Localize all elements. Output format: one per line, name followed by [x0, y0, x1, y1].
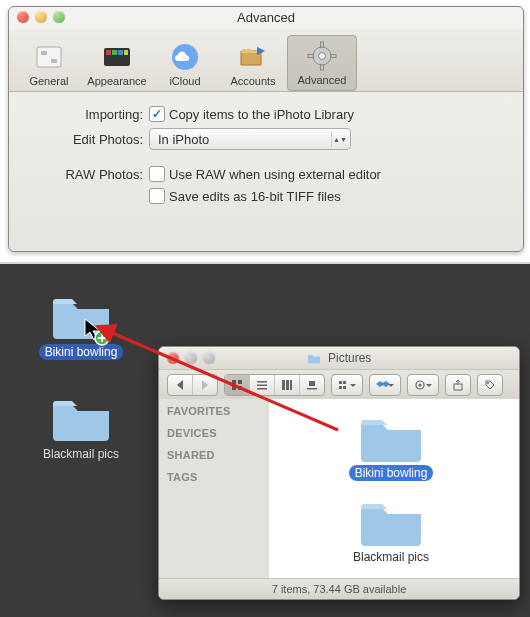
svg-rect-18	[232, 386, 236, 390]
finder-item-blackmail[interactable]: Blackmail pics	[331, 497, 451, 565]
close-button[interactable]	[17, 11, 29, 23]
importing-label: Importing:	[39, 107, 149, 122]
svg-point-33	[419, 384, 422, 387]
svg-rect-26	[309, 381, 315, 386]
svg-rect-14	[331, 55, 336, 58]
view-list-button[interactable]	[250, 375, 275, 395]
svg-rect-11	[321, 42, 324, 47]
share-button[interactable]	[445, 374, 471, 396]
tags-button[interactable]	[477, 374, 503, 396]
gear-icon	[306, 40, 338, 72]
prefs-body: Importing: Copy items to the iPhoto Libr…	[9, 92, 523, 224]
svg-point-10	[319, 53, 326, 60]
folder-proxy-icon[interactable]	[307, 349, 321, 361]
svg-rect-13	[308, 55, 313, 58]
finder-content[interactable]: Bikini bowling Blackmail pics	[269, 399, 519, 579]
folder-icon	[358, 497, 424, 547]
copy-items-label: Copy items to the iPhoto Library	[169, 107, 354, 122]
svg-rect-29	[339, 386, 342, 389]
prefs-toolbar: General Appearance iCloud Accounts	[9, 29, 523, 92]
finder-toolbar	[159, 370, 519, 401]
finder-sidebar: FAVORITES DEVICES SHARED TAGS	[159, 399, 286, 579]
edit-photos-label: Edit Photos:	[39, 132, 149, 147]
view-icons-button[interactable]	[225, 375, 250, 395]
svg-rect-23	[282, 380, 285, 390]
copy-items-checkbox[interactable]	[149, 106, 165, 122]
use-raw-checkbox[interactable]	[149, 166, 165, 182]
dropbox-button[interactable]	[369, 374, 401, 396]
edit-photos-popup[interactable]: In iPhoto ▲▼	[149, 128, 351, 150]
sidebar-heading-favorites[interactable]: FAVORITES	[167, 405, 277, 417]
dropped-folder-bikini[interactable]: Bikini bowling	[26, 292, 136, 360]
dropped-folder-label: Blackmail pics	[37, 446, 125, 462]
nav-back-forward	[167, 374, 218, 396]
arrange-dropdown[interactable]	[331, 374, 363, 396]
minimize-button[interactable]	[185, 352, 197, 364]
view-mode-group	[224, 374, 325, 396]
view-coverflow-button[interactable]	[300, 375, 324, 395]
folder-icon	[50, 292, 112, 340]
zoom-button[interactable]	[53, 11, 65, 23]
minimize-button[interactable]	[35, 11, 47, 23]
svg-rect-1	[41, 51, 47, 55]
svg-rect-25	[290, 380, 292, 390]
accounts-icon	[237, 41, 269, 73]
svg-rect-5	[112, 50, 117, 55]
svg-point-35	[487, 382, 489, 384]
svg-rect-22	[257, 388, 267, 390]
dropped-folder-label: Bikini bowling	[39, 344, 124, 360]
svg-rect-6	[118, 50, 123, 55]
back-button[interactable]	[168, 375, 193, 395]
svg-rect-2	[51, 59, 57, 63]
cloud-icon	[169, 41, 201, 73]
svg-rect-19	[238, 386, 242, 390]
sidebar-heading-tags[interactable]: TAGS	[167, 471, 277, 483]
zoom-button[interactable]	[203, 352, 215, 364]
sidebar-heading-shared[interactable]: SHARED	[167, 449, 277, 461]
dropped-folder-blackmail[interactable]: Blackmail pics	[26, 394, 136, 462]
folder-icon	[50, 394, 112, 442]
svg-rect-7	[124, 50, 128, 55]
preferences-window: Advanced General Appearance iCloud Accou…	[8, 6, 524, 252]
chevron-updown-icon: ▲▼	[331, 131, 348, 147]
appearance-icon	[101, 41, 133, 73]
svg-rect-21	[257, 385, 267, 387]
use-raw-label: Use RAW when using external editor	[169, 167, 381, 182]
svg-rect-12	[321, 65, 324, 70]
tab-general[interactable]: General	[15, 37, 83, 91]
forward-button[interactable]	[193, 375, 217, 395]
svg-rect-31	[343, 386, 346, 389]
svg-rect-4	[106, 50, 111, 55]
save-tiff-checkbox[interactable]	[149, 188, 165, 204]
finder-titlebar: Pictures	[159, 347, 519, 370]
svg-rect-24	[286, 380, 289, 390]
action-menu[interactable]	[407, 374, 439, 396]
tab-icloud[interactable]: iCloud	[151, 37, 219, 91]
svg-rect-28	[339, 381, 342, 384]
finder-item-label: Bikini bowling	[349, 465, 434, 481]
save-tiff-label: Save edits as 16-bit TIFF files	[169, 189, 341, 204]
close-button[interactable]	[167, 352, 179, 364]
svg-rect-30	[343, 381, 346, 384]
tab-accounts[interactable]: Accounts	[219, 37, 287, 91]
finder-item-label: Blackmail pics	[347, 549, 435, 565]
window-title: Advanced	[237, 10, 295, 25]
titlebar: Advanced	[9, 7, 523, 29]
tab-appearance[interactable]: Appearance	[83, 37, 151, 91]
raw-photos-label: RAW Photos:	[39, 167, 149, 182]
finder-item-bikini[interactable]: Bikini bowling	[331, 413, 451, 481]
svg-rect-20	[257, 381, 267, 383]
tab-advanced[interactable]: Advanced	[287, 35, 357, 91]
svg-rect-17	[238, 380, 242, 384]
svg-rect-27	[307, 388, 317, 390]
finder-window: Pictures	[158, 346, 520, 600]
finder-title: Pictures	[328, 351, 371, 365]
svg-rect-16	[232, 380, 236, 384]
finder-status-bar: 7 items, 73.44 GB available	[159, 578, 519, 599]
svg-rect-0	[37, 47, 61, 67]
folder-icon	[358, 413, 424, 463]
switch-icon	[33, 41, 65, 73]
sidebar-heading-devices[interactable]: DEVICES	[167, 427, 277, 439]
view-columns-button[interactable]	[275, 375, 300, 395]
